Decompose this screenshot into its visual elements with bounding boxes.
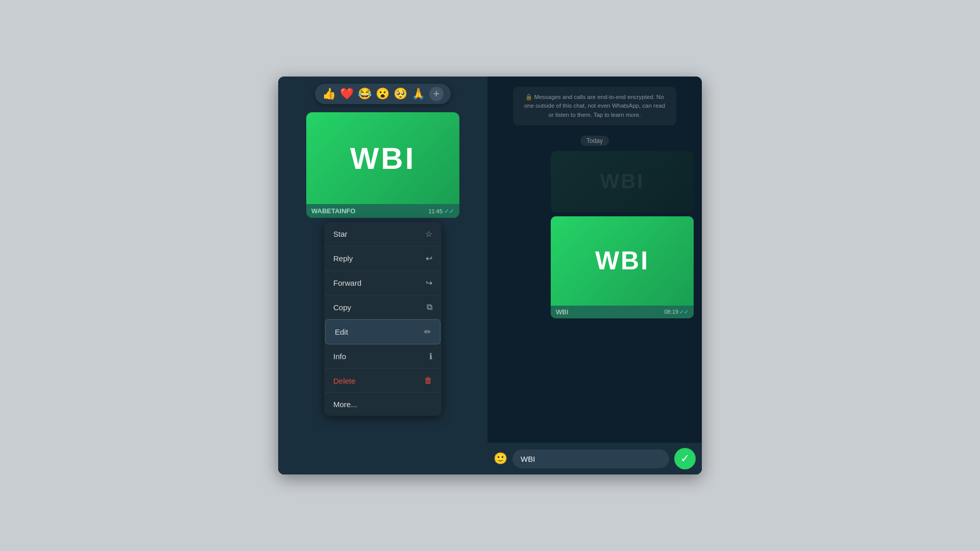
reply-label: Reply	[333, 254, 353, 263]
whatsapp-window: 👍 ❤️ 😂 😮 🥺 🙏 + WBI WABETAINFO 11:45 ✓✓	[278, 77, 702, 474]
info-label: Info	[333, 352, 346, 361]
message-card-main: ↪ WBI WBI 08:19 ✓✓	[551, 216, 694, 318]
emoji-wow[interactable]: 😮	[376, 87, 389, 101]
message-time: 11:45 ✓✓	[428, 208, 454, 215]
emoji-laugh[interactable]: 😂	[358, 87, 372, 101]
wbi-logo-text: WBI	[350, 141, 416, 176]
send-icon: ✓	[680, 452, 690, 465]
chat-messages: WBI ↪ WBI WBI 08:19 ✓✓	[487, 151, 702, 443]
emoji-button[interactable]: 🙂	[494, 452, 507, 465]
delete-label: Delete	[333, 377, 355, 385]
message-input[interactable]	[512, 449, 669, 468]
wbi-logo-bright: WBI	[595, 246, 649, 276]
menu-item-forward[interactable]: Forward ↪	[324, 271, 442, 295]
read-receipt-icon: ✓✓	[444, 208, 454, 215]
message-card-top-dimmed: WBI	[551, 151, 694, 212]
right-panel: 🔒 Messages and calls are end-to-end encr…	[487, 77, 702, 474]
wbi-logo-dimmed: WBI	[600, 170, 645, 193]
edit-label: Edit	[335, 328, 348, 336]
forward-label: Forward	[333, 279, 361, 287]
left-panel: 👍 ❤️ 😂 😮 🥺 🙏 + WBI WABETAINFO 11:45 ✓✓	[278, 77, 487, 474]
date-separator: Today	[487, 136, 702, 146]
edit-icon: ✏	[424, 327, 431, 337]
send-button[interactable]: ✓	[674, 448, 696, 469]
emoji-reaction-bar[interactable]: 👍 ❤️ 😂 😮 🥺 🙏 +	[315, 84, 451, 104]
info-icon: ℹ	[429, 352, 432, 361]
star-icon: ☆	[425, 229, 432, 239]
copy-icon: ⧉	[427, 303, 432, 312]
emoji-pray[interactable]: 🙏	[411, 87, 425, 101]
message-footer: WABETAINFO 11:45 ✓✓	[306, 204, 459, 218]
more-label: More...	[333, 400, 357, 409]
encryption-text: 🔒 Messages and calls are end-to-end encr…	[521, 93, 668, 119]
context-menu: Star ☆ Reply ↩ Forward ↪ Copy ⧉ Edit ✏ I…	[324, 222, 442, 416]
sender-name: WABETAINFO	[311, 207, 355, 215]
menu-item-copy[interactable]: Copy ⧉	[324, 295, 442, 319]
menu-item-star[interactable]: Star ☆	[324, 222, 442, 246]
add-reaction-button[interactable]: +	[429, 87, 444, 101]
emoji-heart[interactable]: ❤️	[340, 87, 354, 101]
message-bubble: WBI WABETAINFO 11:45 ✓✓	[306, 112, 459, 218]
card-time: 08:19 ✓✓	[664, 309, 689, 315]
emoji-cry[interactable]: 🥺	[394, 87, 407, 101]
card-label: WBI	[556, 308, 569, 316]
menu-item-more[interactable]: More...	[324, 393, 442, 416]
copy-label: Copy	[333, 303, 351, 312]
input-bar: 🙂 ✓	[487, 443, 702, 474]
delete-icon: 🗑	[424, 376, 432, 385]
menu-item-delete[interactable]: Delete 🗑	[324, 369, 442, 393]
menu-item-info[interactable]: Info ℹ	[324, 344, 442, 369]
encryption-notice[interactable]: 🔒 Messages and calls are end-to-end encr…	[513, 87, 676, 126]
read-receipt-card-icon: ✓✓	[679, 309, 689, 315]
wbi-image-dark: WBI	[551, 151, 694, 212]
menu-item-edit[interactable]: Edit ✏	[325, 319, 440, 344]
plus-icon: +	[433, 87, 440, 101]
forward-icon: ↪	[426, 278, 432, 288]
star-label: Star	[333, 230, 348, 238]
wbi-image: WBI	[306, 112, 459, 204]
wbi-image-bright: WBI	[551, 216, 694, 306]
menu-item-reply[interactable]: Reply ↩	[324, 246, 442, 271]
date-label: Today	[580, 136, 609, 146]
emoji-thumbsup[interactable]: 👍	[322, 87, 336, 101]
reply-icon: ↩	[426, 254, 432, 263]
card-footer: WBI 08:19 ✓✓	[551, 306, 694, 318]
